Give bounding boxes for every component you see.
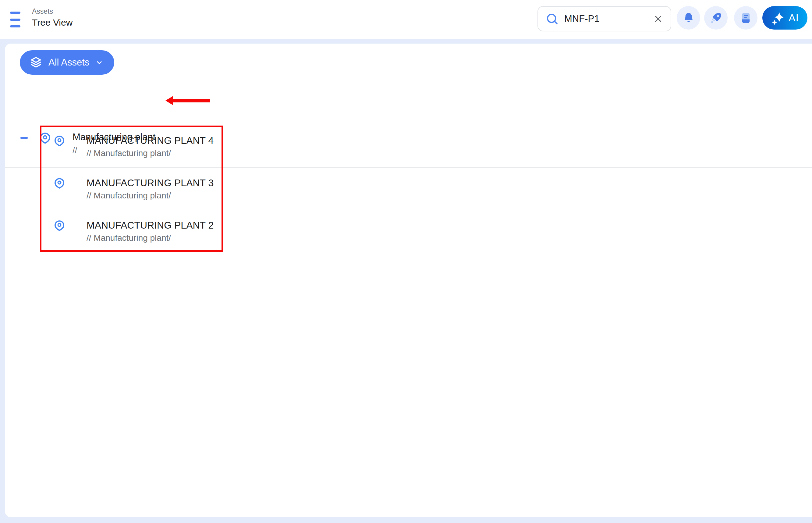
tree-item-manufacturing-plant-4[interactable]: MANUFACTURING PLANT 4 // Manufacturing p… [5,125,812,167]
chevron-down-icon [95,58,104,67]
tree-item-title: MANUFACTURING PLANT 3 [87,177,214,189]
layers-icon [29,55,43,70]
ai-sparkle-icon [771,11,786,25]
all-assets-filter-button[interactable]: All Assets [20,50,114,75]
clear-search-icon[interactable] [653,14,663,24]
page-background: All Assets Manufacturing plant // [0,39,812,523]
location-pin-icon [54,135,65,148]
search-box[interactable] [537,6,671,31]
tree-item-title: MANUFACTURING PLANT 4 [87,134,214,147]
book-icon [739,12,752,24]
search-input[interactable] [564,13,653,24]
ai-button-label: AI [789,12,799,24]
tree-item-title: MANUFACTURING PLANT 2 [87,219,214,232]
tree-root-row[interactable]: Manufacturing plant // [5,82,812,125]
page-title: Tree View [32,17,73,28]
tree-item-path: // Manufacturing plant/ [87,147,214,159]
app-header: Assets Tree View [0,0,812,39]
ai-assistant-button[interactable]: AI [762,6,808,30]
assets-panel: All Assets Manufacturing plant // [5,43,812,517]
hamburger-menu-icon[interactable] [10,12,20,28]
location-pin-icon [54,177,65,190]
breadcrumb: Assets [32,7,73,16]
bell-icon [682,12,695,24]
tree-item-path: // Manufacturing plant/ [87,190,214,201]
tree-item-manufacturing-plant-2[interactable]: MANUFACTURING PLANT 2 // Manufacturing p… [5,210,812,252]
header-titles: Assets Tree View [32,7,73,28]
whats-new-button[interactable] [704,6,727,30]
all-assets-label: All Assets [49,57,89,68]
docs-button[interactable] [734,6,757,30]
notifications-button[interactable] [677,6,700,30]
rocket-icon [709,12,722,24]
tree-item-path: // Manufacturing plant/ [87,232,214,244]
search-icon [546,12,559,25]
tree-item-manufacturing-plant-3[interactable]: MANUFACTURING PLANT 3 // Manufacturing p… [5,167,812,210]
location-pin-icon [54,220,65,233]
